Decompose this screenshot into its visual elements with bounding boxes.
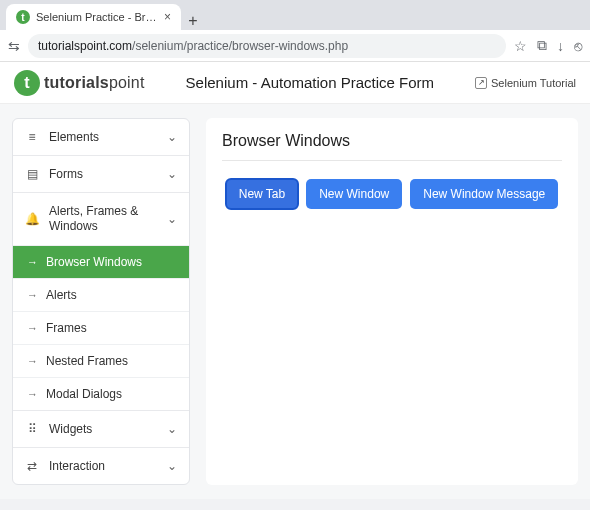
sidebar-item-label: Modal Dialogs [46, 387, 122, 401]
download-icon[interactable]: ↓ [557, 38, 564, 54]
form-icon: ▤ [25, 167, 39, 181]
sidebar-item-browser-windows[interactable]: → Browser Windows [13, 245, 189, 278]
grid-icon: ⠿ [25, 422, 39, 436]
favicon-icon: t [16, 10, 30, 24]
sidebar-head-interaction[interactable]: ⇄ Interaction ⌄ [13, 448, 189, 484]
sidebar-item-alerts[interactable]: → Alerts [13, 278, 189, 311]
page-title: Selenium - Automation Practice Form [153, 74, 467, 91]
url-path: /selenium/practice/browser-windows.php [132, 39, 348, 53]
sidebar-label: Elements [49, 130, 157, 144]
chevron-down-icon: ⌄ [167, 422, 177, 436]
sidebar-label: Alerts, Frames & Windows [49, 204, 157, 234]
arrow-right-icon: → [27, 388, 38, 400]
content-heading: Browser Windows [222, 132, 562, 161]
extension-icon[interactable]: ⧉ [537, 37, 547, 54]
sidebar-label: Forms [49, 167, 157, 181]
arrow-right-icon: → [27, 289, 38, 301]
sidebar-section-elements: ≡ Elements ⌄ [13, 119, 189, 156]
chevron-down-icon: ⌄ [167, 130, 177, 144]
tutorial-link-label: Selenium Tutorial [491, 77, 576, 89]
sidebar-head-forms[interactable]: ▤ Forms ⌄ [13, 156, 189, 192]
main-content: Browser Windows New Tab New Window New W… [206, 118, 578, 485]
sidebar-item-frames[interactable]: → Frames [13, 311, 189, 344]
sidebar-head-elements[interactable]: ≡ Elements ⌄ [13, 119, 189, 155]
selenium-tutorial-link[interactable]: ↗ Selenium Tutorial [475, 77, 576, 89]
new-window-button[interactable]: New Window [306, 179, 402, 209]
toolbar-right: ☆ ⧉ ↓ ⎋ [514, 37, 582, 54]
browser-tab[interactable]: t Selenium Practice - Browser × [6, 4, 181, 30]
sidebar-item-label: Alerts [46, 288, 77, 302]
chevron-down-icon: ⌄ [167, 459, 177, 473]
sidebar: ≡ Elements ⌄ ▤ Forms ⌄ 🔔 Alerts, Frames … [12, 118, 190, 485]
sidebar-label: Widgets [49, 422, 157, 436]
browser-tabbar: t Selenium Practice - Browser × + [0, 0, 590, 30]
chevron-down-icon: ⌄ [167, 212, 177, 226]
new-window-message-button[interactable]: New Window Message [410, 179, 558, 209]
sidebar-item-label: Frames [46, 321, 87, 335]
star-icon[interactable]: ☆ [514, 38, 527, 54]
sidebar-subitems-alerts: → Browser Windows → Alerts → Frames → Ne… [13, 245, 189, 410]
page-body: ≡ Elements ⌄ ▤ Forms ⌄ 🔔 Alerts, Frames … [0, 104, 590, 499]
sidebar-label: Interaction [49, 459, 157, 473]
tab-title: Selenium Practice - Browser [36, 11, 158, 23]
url-domain: tutorialspoint.com [38, 39, 132, 53]
sidebar-head-widgets[interactable]: ⠿ Widgets ⌄ [13, 411, 189, 447]
sidebar-section-forms: ▤ Forms ⌄ [13, 156, 189, 193]
profile-icon[interactable]: ⎋ [574, 38, 582, 54]
sidebar-section-interaction: ⇄ Interaction ⌄ [13, 448, 189, 484]
close-icon[interactable]: × [164, 10, 171, 24]
external-link-icon: ↗ [475, 77, 487, 89]
site-header: t tutorialspoint Selenium - Automation P… [0, 62, 590, 104]
new-tab-button[interactable]: New Tab [226, 179, 298, 209]
sidebar-item-label: Browser Windows [46, 255, 142, 269]
sidebar-section-alerts: 🔔 Alerts, Frames & Windows ⌄ → Browser W… [13, 193, 189, 411]
sidebar-item-label: Nested Frames [46, 354, 128, 368]
sidebar-item-nested-frames[interactable]: → Nested Frames [13, 344, 189, 377]
sidebar-item-modal-dialogs[interactable]: → Modal Dialogs [13, 377, 189, 410]
swap-icon: ⇄ [25, 459, 39, 473]
arrow-right-icon: → [27, 322, 38, 334]
chevron-down-icon: ⌄ [167, 167, 177, 181]
sidebar-section-widgets: ⠿ Widgets ⌄ [13, 411, 189, 448]
sidebar-head-alerts[interactable]: 🔔 Alerts, Frames & Windows ⌄ [13, 193, 189, 245]
new-tab-button[interactable]: + [181, 12, 205, 30]
list-icon: ≡ [25, 130, 39, 144]
logo[interactable]: t tutorialspoint [14, 70, 145, 96]
button-row: New Tab New Window New Window Message [222, 179, 562, 209]
arrow-right-icon: → [27, 355, 38, 367]
logo-text: tutorialspoint [44, 74, 145, 92]
bell-icon: 🔔 [25, 212, 39, 226]
arrow-right-icon: → [27, 256, 38, 268]
site-info-icon[interactable]: ⇆ [8, 38, 20, 54]
logo-icon: t [14, 70, 40, 96]
url-field[interactable]: tutorialspoint.com/selenium/practice/bro… [28, 34, 506, 58]
address-bar: ⇆ tutorialspoint.com/selenium/practice/b… [0, 30, 590, 62]
